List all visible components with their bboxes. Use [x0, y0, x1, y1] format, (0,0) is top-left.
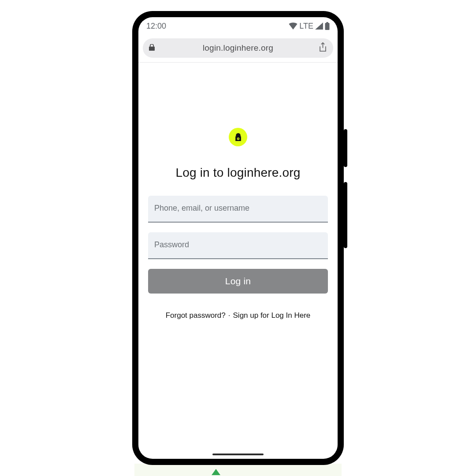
password-input[interactable]	[148, 232, 328, 259]
browser-toolbar: login.loginhere.org	[138, 35, 338, 62]
forgot-password-link[interactable]: Forgot password?	[166, 311, 226, 320]
phone-frame: 12:00 LTE login.loginhere.org	[132, 11, 344, 465]
signal-icon	[315, 22, 323, 30]
footer-links: Forgot password? · Sign up for Log In He…	[166, 311, 311, 320]
login-button[interactable]: Log in	[148, 269, 328, 294]
signup-link[interactable]: Sign up for Log In Here	[233, 311, 311, 320]
phone-side-button-1	[344, 129, 347, 167]
site-logo	[229, 128, 247, 146]
phone-side-button-2	[344, 182, 347, 248]
backdrop-banner	[134, 464, 342, 476]
page-title: Log in to loginhere.org	[175, 166, 300, 180]
page-content: Log in to loginhere.org Log in Forgot pa…	[138, 63, 338, 454]
status-icons: LTE	[289, 22, 330, 31]
links-separator: ·	[228, 311, 231, 320]
network-label: LTE	[299, 22, 313, 31]
svg-rect-0	[327, 22, 328, 23]
address-bar[interactable]: login.loginhere.org	[143, 38, 333, 58]
wifi-icon	[289, 22, 298, 30]
phone-screen: 12:00 LTE login.loginhere.org	[138, 17, 338, 459]
battery-icon	[325, 22, 330, 30]
svg-rect-1	[325, 23, 330, 30]
status-time: 12:00	[146, 22, 166, 31]
backdrop-triangle-icon	[212, 469, 220, 475]
share-icon[interactable]	[319, 42, 327, 54]
padlock-logo-icon	[234, 133, 242, 141]
nav-indicator	[212, 454, 264, 455]
address-url: login.loginhere.org	[157, 43, 319, 53]
status-bar: 12:00 LTE	[138, 17, 338, 35]
svg-point-3	[238, 138, 238, 139]
username-input[interactable]	[148, 196, 328, 223]
lock-icon	[149, 44, 155, 52]
